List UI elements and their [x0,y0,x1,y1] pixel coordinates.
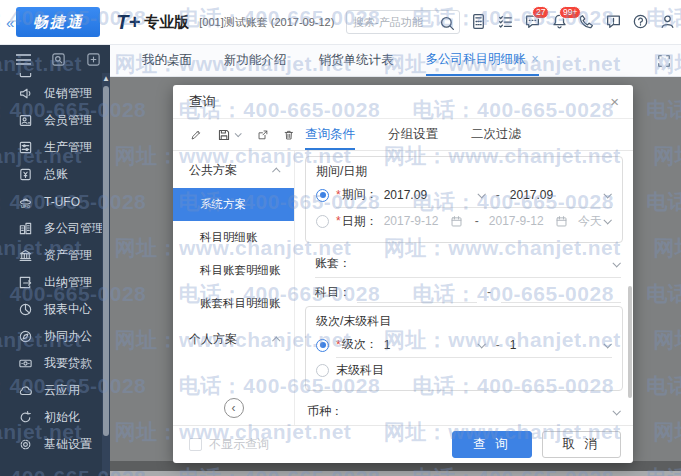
cancel-button[interactable]: 取 消 [542,431,621,458]
hide-query-option[interactable]: 不显示查询 [189,436,269,453]
member-icon [18,113,33,128]
scheme-item-system[interactable]: 系统方案 [173,188,294,221]
period-label: 期间： [342,186,378,203]
account-row: 账套： [305,250,623,278]
export-icon[interactable] [257,128,269,142]
sidebar-item-collaboration[interactable]: 协同办公 [0,323,110,350]
personal-scheme-header[interactable]: 个人方案 [173,320,294,357]
level-radio[interactable] [316,339,329,352]
range-separator: - [496,338,500,352]
sidebar-item-loan[interactable]: 我要贷款 [0,350,110,377]
subject-to-input[interactable] [501,281,621,303]
sidebar-item-initialization[interactable]: 初始化 [0,404,110,431]
public-scheme-header[interactable]: 公共方案 [173,151,294,188]
help-icon[interactable] [632,13,650,31]
calendar-icon[interactable] [450,215,463,228]
user-icon[interactable] [659,13,677,31]
sidebar-item-cashier[interactable]: 出纳管理 [0,269,110,296]
personal-scheme-label: 个人方案 [189,331,237,348]
sidebar-item-reports[interactable]: 报表中心 [0,296,110,323]
sidebar-item-label: 促销管理 [44,85,92,102]
pie-chart-icon [18,302,33,317]
period-to-select[interactable]: 2017.09 [510,188,553,202]
level-from-select[interactable]: 1 [384,338,391,352]
sidebar-item-label: 多公司管理 [44,220,104,237]
fullscreen-icon[interactable] [657,54,671,68]
period-from-select[interactable]: 2017.09 [384,188,427,202]
edit-icon[interactable] [190,128,202,142]
period-radio[interactable] [316,189,329,202]
leaf-subject-radio[interactable] [316,364,329,377]
sidebar-item-clipped[interactable] [0,73,110,80]
chevron-down-icon[interactable] [603,216,611,224]
hide-query-checkbox[interactable] [189,438,202,451]
tab-multicompany-ledger[interactable]: 多公司科目明细账 × [426,45,539,76]
phone-icon[interactable] [578,13,596,31]
sidebar-item-multicompany[interactable]: 多公司管理 [0,215,110,242]
form-scrollbar[interactable] [628,286,632,398]
tab-secondary-filter[interactable]: 二次过滤 [471,119,521,150]
search-icon[interactable] [439,15,453,29]
sidebar-item-cloud-apps[interactable]: 云应用 [0,377,110,404]
tab-new-features[interactable]: 新功能介绍 [224,45,287,76]
chevron-down-icon[interactable] [612,259,620,267]
new-window-icon[interactable] [86,52,101,67]
tab-close-icon[interactable]: × [532,44,539,75]
sidebar-item-tufo[interactable]: UFO T-UFO [0,188,110,215]
scroll-up-icon[interactable]: ▲ [102,73,110,85]
date-from-input[interactable]: 2017-9-12 [384,214,439,228]
task-list-icon[interactable] [497,13,515,31]
dialog-close-icon[interactable]: × [610,93,619,110]
subject-from-input[interactable] [357,281,477,303]
leaf-subject-label: 末级科目 [336,362,384,379]
save-icon [217,128,231,142]
sidebar-item-general-ledger[interactable]: 总账 [0,161,110,188]
chevron-down-icon[interactable] [612,407,620,415]
calculator-icon[interactable] [470,13,488,31]
search-input[interactable] [353,16,439,28]
dialog-toolbar: 查询条件 分组设置 二次过滤 [173,119,633,151]
chevron-down-icon[interactable] [477,190,485,198]
save-scheme-button[interactable] [217,128,242,142]
sidebar-item-promotion[interactable]: 促销管理 [0,80,110,107]
notification-bell-icon[interactable]: 99+ [551,13,569,31]
account-info: [001]测试账套 (2017-09-12) [199,15,334,30]
product-search[interactable] [346,10,460,34]
sidebar-item-member[interactable]: 会员管理 [0,107,110,134]
nav-collapse-icon[interactable]: « [6,14,14,31]
tab-grouping-settings[interactable]: 分组设置 [388,119,438,150]
message-count-badge: 27 [532,6,549,19]
calendar-icon[interactable] [555,215,568,228]
sidebar-item-asset[interactable]: 资产管理 [0,242,110,269]
required-mark: * [336,214,341,228]
chevron-down-icon[interactable] [477,340,485,348]
range-separator: - [487,285,491,299]
sidebar-item-label: 会员管理 [44,112,92,129]
feedback-icon[interactable] [605,13,623,31]
sidebar: 促销管理 会员管理 生产管理 总账 UFO T-UFO 多公司管理 [0,45,110,476]
tab-sales-report[interactable]: 销货单统计表 [319,45,394,76]
module-search-icon[interactable] [51,52,66,67]
tab-my-desktop[interactable]: 我的桌面 [142,45,192,76]
level-to-select[interactable]: 1 [510,338,517,352]
scheme-item-account-subject-ledger[interactable]: 账套科目明细账 [173,287,294,320]
tab-query-conditions[interactable]: 查询条件 [305,119,355,150]
delete-icon[interactable] [283,128,295,142]
sidebar-item-production[interactable]: 生产管理 [0,134,110,161]
chevron-down-icon[interactable] [603,340,611,348]
save-dropdown-chevron-icon[interactable] [234,130,241,137]
query-button[interactable]: 查 询 [452,431,531,458]
panel-collapse-button[interactable]: ‹ [224,398,244,418]
chevron-down-icon[interactable] [603,190,611,198]
scheme-item-subject-ledger[interactable]: 科目明细账 [173,221,294,254]
scrollbar-thumb[interactable] [103,86,109,436]
sidebar-scrollbar[interactable]: ▲ [102,73,110,475]
today-button[interactable]: 今天 [578,213,602,230]
menu-hamburger-icon[interactable] [16,54,31,65]
date-radio[interactable] [316,215,329,228]
scheme-item-subject-account-ledger[interactable]: 科目账套明细账 [173,254,294,287]
message-icon[interactable]: 27 [524,13,542,31]
date-to-input[interactable]: 2017-9-12 [489,214,544,228]
ufo-icon: UFO [18,194,33,209]
sidebar-item-basic-settings[interactable]: 基础设置 [0,431,110,458]
